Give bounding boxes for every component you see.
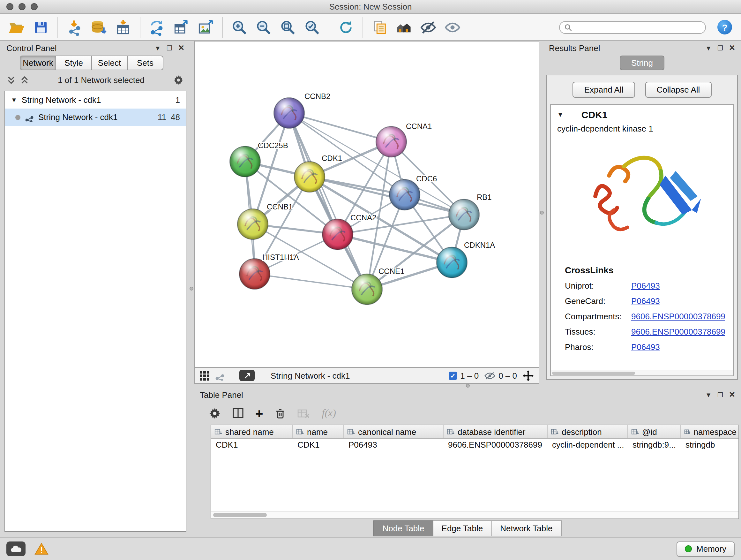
refresh-view-icon[interactable]	[336, 17, 356, 37]
network-row-selected[interactable]: String Network - cdk1 11 48	[5, 109, 186, 126]
tab-style[interactable]: Style	[56, 56, 92, 70]
help-button[interactable]: ?	[718, 20, 732, 35]
delete-column-trash-icon[interactable]	[275, 408, 286, 419]
column-header-shared-name[interactable]: shared name	[211, 425, 293, 438]
close-panel-icon[interactable]: ✕	[729, 390, 735, 399]
cell-canonical-name[interactable]: P06493	[344, 439, 444, 453]
create-column-icon[interactable]: +	[255, 407, 263, 420]
column-header-namespace[interactable]: namespace	[681, 425, 739, 438]
import-network-database-icon[interactable]	[89, 17, 109, 37]
float-panel-icon[interactable]: ▼	[705, 44, 712, 51]
pan-crosshair-icon[interactable]	[523, 370, 534, 381]
column-header-description[interactable]: description	[548, 425, 628, 438]
cell-id[interactable]: stringdb:9...	[628, 439, 681, 453]
export-image-icon[interactable]	[195, 17, 216, 37]
zoom-out-icon[interactable]	[253, 17, 274, 37]
network-node-hist1h1a[interactable]	[239, 259, 270, 289]
splitter-handle[interactable]	[466, 384, 470, 388]
expand-all-icon[interactable]	[20, 76, 29, 84]
tab-node-table[interactable]: Node Table	[374, 520, 433, 536]
tab-string[interactable]: String	[620, 56, 664, 70]
section-expander-icon[interactable]: ▼	[557, 111, 563, 118]
maximize-panel-icon[interactable]: ❐	[718, 44, 723, 51]
collapse-all-icon[interactable]	[7, 76, 15, 84]
crosslink-compartments-link[interactable]: 9606.ENSP00000378699	[631, 312, 725, 321]
results-horizontal-scrollbar[interactable]	[551, 370, 733, 375]
float-panel-icon[interactable]: ▼	[154, 44, 161, 51]
column-header-name[interactable]: name	[293, 425, 344, 438]
import-table-file-icon[interactable]	[113, 17, 133, 37]
cell-namespace[interactable]: stringdb	[681, 439, 739, 453]
splitter-handle[interactable]	[190, 287, 193, 291]
network-view-icon[interactable]	[215, 371, 225, 380]
crosslink-genecard-link[interactable]: P06493	[631, 296, 660, 306]
memory-button[interactable]: Memory	[677, 541, 735, 557]
network-collection-row[interactable]: ▼ String Network - cdk1 1	[5, 91, 186, 109]
network-canvas[interactable]: CCNB2CCNA1CDC25BCDK1CDC6RB1CCNB1CCNA2CDK…	[194, 41, 539, 368]
search-input[interactable]	[575, 23, 701, 32]
maximize-panel-icon[interactable]: ❐	[718, 391, 723, 398]
maximize-panel-icon[interactable]: ❐	[166, 44, 172, 51]
zoom-fit-icon[interactable]	[278, 17, 298, 37]
network-node-cdk1[interactable]	[294, 162, 325, 192]
hidden-eye-icon[interactable]	[484, 371, 495, 380]
open-session-icon[interactable]	[6, 17, 27, 37]
network-node-cdkn1a[interactable]	[436, 247, 467, 278]
import-network-file-icon[interactable]	[64, 17, 85, 37]
network-node-ccne1[interactable]	[352, 274, 382, 305]
network-edge-ccnb2-ccne1[interactable]	[289, 113, 367, 289]
column-header-id[interactable]: @id	[628, 425, 681, 438]
collapse-all-button[interactable]: Collapse All	[645, 82, 712, 98]
cell-database-identifier[interactable]: 9606.ENSP00000378699	[444, 439, 548, 453]
network-node-ccnb2[interactable]	[274, 98, 305, 128]
home-icon[interactable]	[394, 17, 414, 37]
tree-expander-icon[interactable]: ▼	[11, 97, 17, 104]
float-panel-icon[interactable]: ▼	[705, 391, 712, 398]
network-edge-ccnb2-ccna1[interactable]	[289, 113, 391, 142]
network-edge-ccne1-hist1h1a[interactable]	[255, 274, 367, 289]
tab-network[interactable]: Network	[20, 56, 56, 70]
tab-select[interactable]: Select	[92, 56, 128, 70]
toolbar-separator	[329, 17, 329, 37]
cell-name[interactable]: CDK1	[293, 439, 344, 453]
table-row[interactable]: CDK1 CDK1 P06493 9606.ENSP00000378699 cy…	[211, 439, 738, 453]
network-node-rb1[interactable]	[449, 199, 479, 230]
table-horizontal-scrollbar[interactable]	[211, 511, 738, 518]
open-recent-icon[interactable]	[369, 17, 390, 37]
network-canvas-svg[interactable]: CCNB2CCNA1CDC25BCDK1CDC6RB1CCNB1CCNA2CDK…	[195, 42, 539, 367]
zoom-in-icon[interactable]	[229, 17, 250, 37]
close-panel-icon[interactable]: ✕	[178, 44, 185, 52]
show-columns-icon[interactable]	[232, 408, 244, 419]
save-session-icon[interactable]	[30, 17, 51, 37]
detach-view-button[interactable]	[239, 370, 255, 381]
tab-network-table[interactable]: Network Table	[492, 520, 561, 536]
close-panel-icon[interactable]: ✕	[729, 44, 735, 52]
crosslink-pharos-link[interactable]: P06493	[631, 342, 660, 352]
export-table-icon[interactable]	[171, 17, 192, 37]
new-network-icon[interactable]	[147, 17, 167, 37]
network-node-ccna1[interactable]	[376, 126, 407, 157]
grid-view-icon[interactable]	[200, 371, 209, 380]
crosslink-uniprot-link[interactable]: P06493	[631, 281, 660, 291]
selected-checkbox-icon[interactable]: ✓	[449, 371, 457, 380]
column-header-canonical-name[interactable]: canonical name	[344, 425, 444, 438]
crosslink-tissues-link[interactable]: 9606.ENSP00000378699	[631, 327, 725, 336]
tab-sets[interactable]: Sets	[128, 56, 163, 70]
network-node-cdc6[interactable]	[389, 179, 420, 210]
tab-edge-table[interactable]: Edge Table	[433, 520, 492, 536]
cloud-button[interactable]	[6, 542, 25, 556]
expand-all-button[interactable]: Expand All	[573, 82, 635, 98]
cell-shared-name[interactable]: CDK1	[211, 439, 293, 453]
cell-description[interactable]: cyclin-dependent ...	[548, 439, 628, 453]
network-node-ccna2[interactable]	[322, 219, 353, 250]
column-header-database-identifier[interactable]: database identifier	[444, 425, 548, 438]
crosslink-label: Pharos:	[565, 342, 631, 352]
show-all-icon[interactable]	[442, 17, 463, 37]
network-node-cdc25b[interactable]	[230, 146, 260, 177]
warning-icon[interactable]	[35, 543, 49, 555]
gear-icon[interactable]	[174, 75, 184, 85]
table-settings-gear-icon[interactable]	[209, 408, 221, 419]
hide-selected-icon[interactable]	[418, 17, 439, 37]
network-node-ccnb1[interactable]	[238, 209, 268, 240]
zoom-selected-icon[interactable]	[302, 17, 322, 37]
